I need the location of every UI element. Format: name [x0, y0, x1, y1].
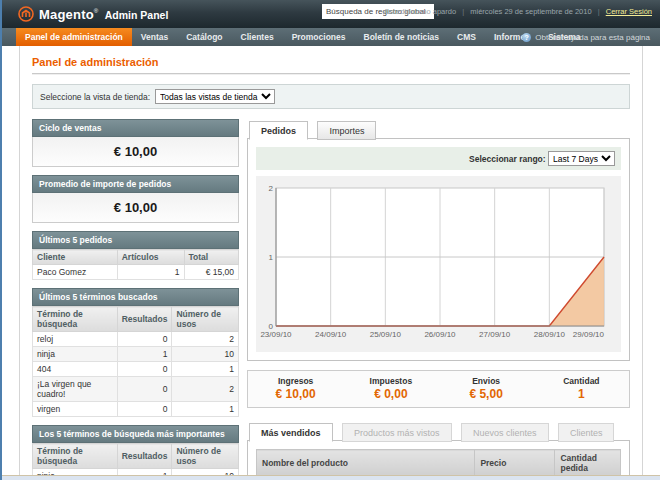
svg-text:24/09/10: 24/09/10 — [315, 330, 347, 339]
last-search-terms-title: Últimos 5 términos buscados — [32, 288, 239, 306]
last-orders-title: Últimos 5 pedidos — [32, 231, 239, 249]
chart-panel: Seleccionar rango: Last 7 Days 01223/09/… — [247, 139, 630, 361]
col-cliente: Cliente — [33, 250, 118, 265]
tab-productos-mas-vistos[interactable]: Productos más vistos — [342, 423, 452, 442]
store-view-bar: Seleccione la vista de tienda: Todas las… — [32, 84, 630, 109]
brand: Magento® Admin Panel — [18, 5, 168, 23]
help-icon: ? — [522, 33, 531, 42]
svg-text:29/09/10: 29/09/10 — [573, 330, 605, 339]
nav-item-dashboard[interactable]: Panel de administración — [16, 28, 132, 46]
svg-text:23/09/10: 23/09/10 — [260, 330, 292, 339]
col-qty-ordered: Cantidad pedida — [555, 450, 621, 477]
nav-item-catalogo[interactable]: Catálogo — [177, 28, 231, 46]
col-articulos: Artículos — [117, 250, 184, 265]
logout-link[interactable]: Cerrar Sesión — [606, 7, 652, 16]
chart-box: 01223/09/1024/09/1025/09/1026/09/1027/09… — [256, 176, 621, 352]
nav-item-promociones[interactable]: Promociones — [283, 28, 355, 46]
orders-chart: 01223/09/1024/09/1025/09/1026/09/1027/09… — [256, 180, 612, 346]
table-row[interactable]: 404 0 1 — [33, 362, 239, 377]
dashboard-sidebar: Ciclo de ventas € 10,00 Promedio de impo… — [32, 119, 239, 480]
brand-name: Magento — [39, 7, 94, 22]
svg-text:1: 1 — [269, 253, 274, 262]
col-term: Término de búsqueda — [33, 444, 118, 469]
col-results: Resultados — [117, 444, 172, 469]
tab-nuevos-clientes[interactable]: Nuevos clientes — [461, 423, 549, 442]
top-search-terms-title: Los 5 términos de búsqueda más important… — [32, 425, 239, 443]
content-frame: Panel de administración Seleccione la vi… — [19, 46, 643, 480]
last-orders-card: Últimos 5 pedidos Cliente Artículos Tota… — [32, 231, 239, 280]
store-view-select[interactable]: Todas las vistas de tienda — [155, 89, 275, 104]
col-term: Término de búsqueda — [33, 307, 118, 332]
brand-mark: ® — [94, 8, 98, 14]
dashboard-main: Pedidos Importes Seleccionar rango: Last… — [247, 119, 630, 480]
svg-text:2: 2 — [269, 184, 274, 193]
table-row[interactable]: ¡La virgen que cuadro! 0 2 — [33, 377, 239, 402]
nav-item-boletin[interactable]: Boletín de noticias — [355, 28, 449, 46]
page-title: Panel de administración — [32, 56, 630, 73]
svg-text:27/09/10: 27/09/10 — [479, 330, 511, 339]
nav-item-ventas[interactable]: Ventas — [132, 28, 177, 46]
svg-text:28/09/10: 28/09/10 — [534, 330, 566, 339]
summary-impuestos: Impuestos € 0,00 — [343, 376, 438, 401]
summary-envios: Envios € 5,00 — [439, 376, 534, 401]
store-view-label: Seleccione la vista de tienda: — [40, 92, 150, 102]
totals-summary: Ingresos € 10,00 Impuestos € 0,00 Envios… — [247, 370, 630, 408]
avg-order-card: Promedio de importe de pedidos € 10,00 — [32, 175, 239, 223]
sales-cycle-card: Ciclo de ventas € 10,00 — [32, 119, 239, 167]
window-bottom-edge — [2, 475, 660, 480]
top-search-terms-card: Los 5 términos de búsqueda más important… — [32, 425, 239, 480]
svg-text:25/09/10: 25/09/10 — [370, 330, 402, 339]
last-search-terms-table: Término de búsqueda Resultados Número de… — [32, 306, 239, 417]
magento-logo-icon — [18, 6, 34, 22]
tab-mas-vendidos[interactable]: Más vendidos — [249, 423, 333, 442]
get-help-label: Obtener ayuda para esta página — [535, 33, 650, 42]
table-row[interactable]: Paco Gomez 1 € 15,00 — [33, 265, 239, 280]
table-row[interactable]: reloj 0 2 — [33, 332, 239, 347]
tab-importes[interactable]: Importes — [317, 121, 376, 140]
logged-in-as: Accedió como apardo — [384, 7, 457, 16]
chart-tab-bar: Pedidos Importes — [247, 119, 630, 139]
range-bar: Seleccionar rango: Last 7 Days — [256, 147, 621, 170]
col-total: Total — [184, 250, 238, 265]
avg-order-title: Promedio de importe de pedidos — [32, 175, 239, 193]
nav-item-cms[interactable]: CMS — [448, 28, 485, 46]
col-uses: Número de usos — [172, 307, 239, 332]
sales-cycle-value: € 10,00 — [32, 137, 239, 167]
svg-text:26/09/10: 26/09/10 — [424, 330, 456, 339]
header-user-info: Accedió como apardo | miércoles 29 de se… — [384, 7, 652, 16]
avg-order-value: € 10,00 — [32, 193, 239, 223]
col-price: Precio — [475, 450, 555, 477]
summary-cantidad: Cantidad 1 — [534, 376, 629, 401]
last-orders-table: Cliente Artículos Total Paco Gomez 1 € 1… — [32, 249, 239, 280]
range-select[interactable]: Last 7 Days — [548, 151, 615, 166]
range-label: Seleccionar rango: — [469, 154, 546, 164]
current-date: miércoles 29 de septiembre de 2010 — [470, 7, 591, 16]
products-tab-bar: Más vendidos Productos más vistos Nuevos… — [247, 421, 630, 441]
title-divider — [32, 73, 630, 75]
last-search-terms-card: Últimos 5 términos buscados Término de b… — [32, 288, 239, 417]
header: Magento® Admin Panel Accedió como apardo… — [2, 0, 660, 28]
tab-clientes[interactable]: Clientes — [558, 423, 615, 442]
main-nav: Panel de administración Ventas Catálogo … — [2, 28, 660, 46]
products-section: Más vendidos Productos más vistos Nuevos… — [247, 421, 630, 480]
col-results: Resultados — [117, 307, 172, 332]
nav-item-clientes[interactable]: Clientes — [232, 28, 283, 46]
summary-ingresos: Ingresos € 10,00 — [248, 376, 343, 401]
table-row[interactable]: virgen 0 1 — [33, 402, 239, 417]
col-product-name: Nombre del producto — [257, 450, 475, 477]
get-help-link[interactable]: ? Obtener ayuda para esta página — [522, 28, 650, 46]
sales-cycle-title: Ciclo de ventas — [32, 119, 239, 137]
table-row[interactable]: ninja 1 10 — [33, 347, 239, 362]
brand-suffix: Admin Panel — [105, 9, 169, 21]
col-uses: Número de usos — [172, 444, 239, 469]
tab-pedidos[interactable]: Pedidos — [249, 121, 308, 140]
